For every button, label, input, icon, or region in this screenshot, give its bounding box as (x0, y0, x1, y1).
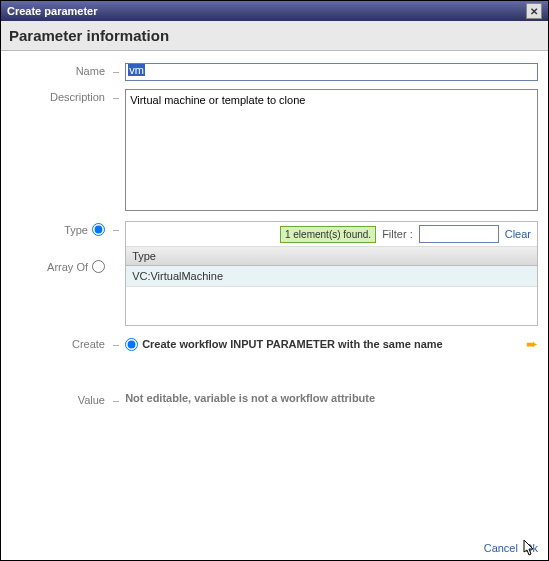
type-toolbar: 1 element(s) found. Filter : Clear (126, 222, 537, 247)
label-create: Create (11, 336, 111, 352)
description-textarea[interactable] (125, 89, 538, 211)
label-type: Type (64, 224, 88, 236)
label-description: Description (11, 89, 111, 213)
filter-input[interactable] (419, 225, 499, 243)
row-value: Value – Not editable, variable is not a … (11, 392, 538, 406)
value-message: Not editable, variable is not a workflow… (125, 392, 375, 404)
ok-button[interactable]: Qk (524, 542, 538, 554)
label-value: Value (11, 392, 111, 406)
row-name: Name – vm (11, 63, 538, 81)
dialog-subheader: Parameter information (1, 21, 548, 51)
name-input[interactable]: vm (125, 63, 538, 81)
type-column-header: Type (126, 247, 537, 266)
dialog-footer: Cancel Qk (484, 542, 538, 554)
type-panel: 1 element(s) found. Filter : Clear Type … (125, 221, 538, 326)
create-option-radio[interactable] (125, 338, 138, 351)
dialog-titlebar: Create parameter ✕ (1, 1, 548, 21)
type-row[interactable]: VC:VirtualMachine (126, 266, 537, 287)
separator-icon: – (111, 336, 125, 352)
close-icon[interactable]: ✕ (526, 3, 542, 19)
type-empty-space (126, 287, 537, 325)
create-option-label: Create workflow INPUT PARAMETER with the… (142, 338, 526, 350)
separator-icon: – (111, 221, 125, 235)
row-description: Description – (11, 89, 538, 213)
label-arrayof: Array Of (47, 261, 88, 273)
separator-icon: – (111, 89, 125, 213)
type-radio[interactable] (92, 223, 105, 236)
cancel-button[interactable]: Cancel (484, 542, 518, 554)
dialog-content: Name – vm Description – Type Array Of – (1, 51, 548, 406)
clear-link[interactable]: Clear (505, 228, 531, 240)
name-input-selected-text: vm (128, 64, 145, 76)
found-badge: 1 element(s) found. (280, 226, 376, 243)
dialog-title: Create parameter (7, 5, 98, 17)
separator-icon: – (111, 63, 125, 81)
row-create: Create – Create workflow INPUT PARAMETER… (11, 336, 538, 352)
filter-label: Filter : (382, 228, 413, 240)
arrayof-radio[interactable] (92, 260, 105, 273)
separator-icon: – (111, 392, 125, 406)
arrow-right-icon[interactable]: ➨ (526, 336, 538, 352)
label-name: Name (11, 63, 111, 81)
row-type: Type Array Of – 1 element(s) found. Filt… (11, 221, 538, 326)
